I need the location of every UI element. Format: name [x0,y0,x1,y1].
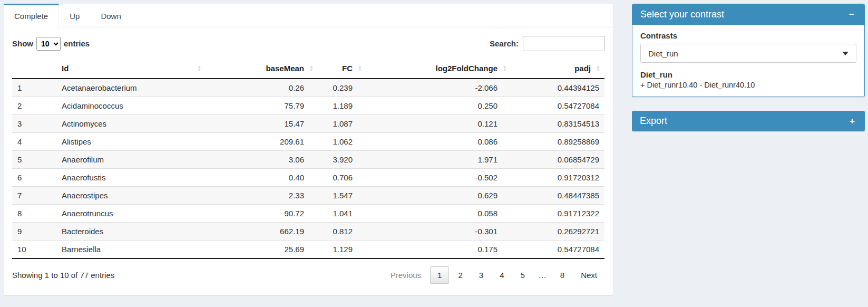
show-label: Show [12,39,33,48]
page-length-select[interactable]: 10 [36,37,61,51]
log2foldchange-cell: 0.629 [366,187,511,205]
column-header-index [12,59,56,79]
id-cell: Actinomyces [56,115,206,133]
row-index-cell: 1 [12,79,56,97]
table-row[interactable]: 4Alistipes209.611.0620.0860.89258869 [12,133,604,151]
padj-cell: 0.54727084 [511,97,604,115]
table-header-row: Id ▲▼ baseMean ▲▼ FC ▲▼ log2FoldChange [12,59,604,79]
padj-cell: 0.91712322 [511,205,604,223]
contrast-panel: Select your contrast − Contrasts Diet_ru… [632,4,865,97]
chevron-down-icon [842,52,849,55]
row-index-cell: 10 [12,241,56,259]
fc-cell: 1.189 [318,97,366,115]
fc-cell: 3.920 [318,151,366,169]
pagination-button-8[interactable]: 8 [553,266,572,284]
tab-up[interactable]: Up [59,4,90,27]
contrasts-label: Contrasts [640,31,856,40]
basemean-cell: 209.61 [206,133,318,151]
pagination-button-…: … [534,266,551,284]
padj-cell: 0.83154513 [511,115,604,133]
table-row[interactable]: 1Acetanaerobacterium0.260.239-2.0660.443… [12,79,604,97]
fc-cell: 1.062 [318,133,366,151]
search-label: Search: [490,39,519,48]
id-cell: Anaerostipes [56,187,206,205]
sort-icon: ▲▼ [309,65,314,72]
log2foldchange-cell: 0.121 [366,115,511,133]
collapse-minus-icon[interactable]: − [847,9,856,20]
pagination-button-5[interactable]: 5 [513,266,532,284]
table-info: Showing 1 to 10 of 77 entries [12,271,114,280]
basemean-cell: 75.79 [206,97,318,115]
tab-down[interactable]: Down [90,4,131,27]
padj-cell: 0.44394125 [511,79,604,97]
padj-cell: 0.89258869 [511,133,604,151]
contrast-select[interactable]: Diet_run [640,44,856,63]
pagination-button-2[interactable]: 2 [451,266,470,284]
pagination-button-4[interactable]: 4 [492,266,511,284]
padj-cell: 0.26292721 [511,223,604,241]
table-row[interactable]: 6Anaerofustis0.400.706-0.5020.91720312 [12,169,604,187]
pagination-button-1[interactable]: 1 [430,266,449,284]
log2foldchange-cell: 1.971 [366,151,511,169]
row-index-cell: 6 [12,169,56,187]
table-row[interactable]: 8Anaerotruncus90.721.0410.0580.91712322 [12,205,604,223]
pagination: Previous12345…8Next [382,266,604,284]
contrast-panel-body: Contrasts Diet_run Diet_run + Diet_runr1… [632,25,864,97]
log2foldchange-cell: -2.066 [366,79,511,97]
pagination-button-previous[interactable]: Previous [383,266,428,284]
row-index-cell: 8 [12,205,56,223]
id-cell: Acetanaerobacterium [56,79,206,97]
table-controls: Show 10 entries Search: [12,36,604,51]
log2foldchange-cell: 0.058 [366,205,511,223]
column-header-log2foldchange[interactable]: log2FoldChange ▲▼ [366,59,511,79]
row-index-cell: 4 [12,133,56,151]
fc-cell: 1.087 [318,115,366,133]
column-header-padj[interactable]: padj ▲▼ [511,59,604,79]
id-cell: Alistipes [56,133,206,151]
fc-cell: 0.812 [318,223,366,241]
results-tab-bar: Complete Up Down [4,4,613,27]
table-row[interactable]: 2Acidaminococcus75.791.1890.2500.5472708… [12,97,604,115]
table-row[interactable]: 9Bacteroides662.190.812-0.3010.26292721 [12,223,604,241]
row-index-cell: 9 [12,223,56,241]
log2foldchange-cell: -0.301 [366,223,511,241]
contrast-name: Diet_run [640,70,856,79]
basemean-cell: 0.26 [206,79,318,97]
column-header-id[interactable]: Id ▲▼ [56,59,206,79]
basemean-cell: 90.72 [206,205,318,223]
log2foldchange-cell: 0.086 [366,133,511,151]
table-row[interactable]: 5Anaerofilum3.063.9201.9710.06854729 [12,151,604,169]
pagination-button-next[interactable]: Next [573,266,604,284]
fc-cell: 1.129 [318,241,366,259]
contrast-description: Diet_run + Diet_runr10.40 - Diet_runr40.… [640,70,856,89]
sort-icon: ▲▼ [197,65,201,72]
basemean-cell: 25.69 [206,241,318,259]
expand-plus-icon[interactable]: + [847,116,857,127]
table-row[interactable]: 10Barnesiella25.691.1290.1750.54727084 [12,241,604,259]
id-cell: Anaerotruncus [56,205,206,223]
log2foldchange-cell: 0.175 [366,241,511,259]
tab-complete[interactable]: Complete [4,4,59,27]
search-control: Search: [490,36,604,51]
export-panel: Export + [632,111,865,131]
fc-cell: 1.041 [318,205,366,223]
column-header-fc[interactable]: FC ▲▼ [318,59,366,79]
row-index-cell: 7 [12,187,56,205]
fc-cell: 1.547 [318,187,366,205]
id-cell: Anaerofustis [56,169,206,187]
pagination-button-3[interactable]: 3 [472,266,491,284]
column-header-basemean[interactable]: baseMean ▲▼ [206,59,318,79]
contrast-panel-header: Select your contrast − [632,4,864,25]
log2foldchange-cell: -0.502 [366,169,511,187]
log2foldchange-cell: 0.250 [366,97,511,115]
id-cell: Barnesiella [56,241,206,259]
table-row[interactable]: 7Anaerostipes2.331.5470.6290.48447385 [12,187,604,205]
padj-cell: 0.91720312 [511,169,604,187]
id-cell: Acidaminococcus [56,97,206,115]
table-row[interactable]: 3Actinomyces15.471.0870.1210.83154513 [12,115,604,133]
basemean-cell: 3.06 [206,151,318,169]
export-panel-title: Export [640,116,667,127]
padj-cell: 0.06854729 [511,151,604,169]
table-footer: Showing 1 to 10 of 77 entries Previous12… [12,259,604,292]
search-input[interactable] [523,36,604,51]
